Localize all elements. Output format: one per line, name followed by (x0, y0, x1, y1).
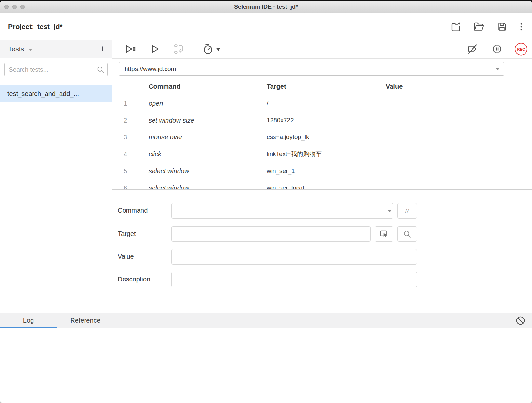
step-over-button[interactable] (173, 43, 185, 55)
select-target-button[interactable] (375, 226, 393, 242)
save-project-icon (497, 21, 507, 32)
row-command: click (141, 150, 261, 158)
column-header-target[interactable]: Target (261, 83, 380, 90)
row-command: open (141, 100, 261, 107)
url-dropdown-caret-icon[interactable] (495, 68, 500, 71)
base-url-input[interactable] (119, 62, 504, 76)
new-project-button[interactable] (450, 21, 461, 32)
select-target-icon (379, 229, 389, 239)
row-target: 1280x722 (261, 117, 380, 124)
project-title: Project:test_jd* (8, 23, 62, 31)
command-field-input[interactable] (171, 203, 393, 219)
open-project-button[interactable] (473, 21, 484, 32)
run-all-icon (125, 43, 137, 55)
tests-sidebar: Tests + test_search_and_add_... (0, 40, 112, 313)
table-header: Command Target Value (112, 79, 532, 95)
pause-octagon-icon (492, 44, 502, 54)
row-target: linkText=我的购物车 (261, 150, 380, 158)
pause-on-exceptions-button[interactable] (492, 44, 502, 54)
titlebar: Selenium IDE - test_jd* (0, 1, 532, 13)
column-header-command[interactable]: Command (141, 83, 261, 90)
target-field-label: Target (118, 230, 136, 238)
tests-title[interactable]: Tests (8, 45, 24, 53)
breakpoint-slash-icon (466, 43, 479, 56)
description-field-label: Description (118, 276, 150, 283)
table-row[interactable]: 4 click linkText=我的购物车 (112, 146, 532, 162)
test-speed-button[interactable] (202, 44, 214, 55)
tests-header: Tests + (0, 40, 112, 58)
stopwatch-icon (202, 44, 214, 55)
new-project-icon (450, 21, 461, 32)
tab-log[interactable]: Log (0, 313, 57, 328)
add-test-button[interactable]: + (100, 44, 105, 54)
table-row[interactable]: 5 select window win_ser_1 (112, 162, 532, 179)
clear-log-button[interactable] (515, 315, 526, 326)
traffic-lights (4, 5, 25, 9)
run-all-tests-button[interactable] (125, 43, 137, 55)
row-command: select window (141, 167, 261, 175)
kebab-menu-icon (516, 22, 526, 32)
run-current-test-button[interactable] (150, 44, 160, 55)
row-number: 1 (112, 95, 141, 112)
command-dropdown-caret-icon[interactable] (387, 210, 392, 213)
test-list-item[interactable]: test_search_and_add_... (0, 85, 112, 102)
row-target: win_ser_1 (261, 167, 380, 175)
description-field-input[interactable] (171, 272, 417, 287)
project-label: Project: (8, 23, 34, 30)
toggle-comment-button[interactable]: // (397, 203, 417, 219)
zoom-window-button[interactable] (20, 5, 25, 9)
row-number: 5 (112, 162, 141, 179)
project-name: test_jd* (37, 23, 62, 30)
log-content (0, 328, 532, 403)
search-icon (96, 65, 105, 74)
table-row[interactable]: 1 open / (112, 95, 532, 112)
test-editor: REC Command Target Value (112, 40, 532, 313)
row-number: 4 (112, 146, 141, 162)
tests-caret-icon[interactable] (28, 48, 33, 51)
row-number: 6 (112, 179, 141, 189)
url-row (112, 58, 532, 79)
test-search (4, 63, 108, 76)
disable-breakpoints-button[interactable] (466, 43, 479, 56)
find-target-button[interactable] (397, 226, 417, 242)
playback-toolbar: REC (112, 40, 532, 58)
row-target: / (261, 100, 380, 107)
command-detail-form: Command // Target (112, 190, 532, 313)
window-title: Selenium IDE - test_jd* (0, 1, 532, 13)
main-area: Tests + test_search_and_add_... (0, 40, 532, 313)
bottom-panel: Log Reference (0, 313, 532, 403)
find-target-icon (403, 229, 412, 239)
base-url-combobox (119, 62, 504, 76)
play-icon (150, 44, 160, 55)
speed-caret-icon[interactable] (216, 48, 221, 51)
commands-table: Command Target Value 1 open / 2 set wind… (112, 79, 532, 189)
row-number: 2 (112, 112, 141, 129)
open-project-icon (473, 21, 484, 32)
project-bar: Project:test_jd* (0, 13, 532, 40)
table-row[interactable]: 2 set window size 1280x722 (112, 112, 532, 129)
tab-reference[interactable]: Reference (57, 313, 114, 328)
toolbar-divider (510, 43, 510, 56)
search-tests-input[interactable] (4, 63, 108, 76)
close-window-button[interactable] (4, 5, 9, 9)
table-row[interactable]: 3 mouse over css=a.joytop_lk (112, 129, 532, 146)
table-row[interactable]: 6 select window win_ser_local (112, 179, 532, 189)
minimize-window-button[interactable] (12, 5, 17, 9)
value-field-input[interactable] (171, 249, 417, 265)
row-command: set window size (141, 117, 261, 124)
row-target: win_ser_local (261, 184, 380, 189)
record-button[interactable]: REC (515, 43, 527, 56)
column-header-value[interactable]: Value (380, 83, 532, 90)
rec-icon: REC (515, 43, 527, 56)
row-target: css=a.joytop_lk (261, 134, 380, 141)
row-command: select window (141, 184, 261, 190)
row-command: mouse over (141, 134, 261, 141)
command-field-label: Command (118, 207, 148, 214)
target-field-input[interactable] (171, 226, 371, 242)
save-project-button[interactable] (497, 21, 507, 32)
circle-slash-icon (515, 315, 526, 326)
step-over-icon (173, 43, 185, 55)
more-menu-button[interactable] (516, 22, 526, 32)
selenium-ide-window: Selenium IDE - test_jd* Project:test_jd* (0, 1, 532, 403)
test-name: test_search_and_add_... (7, 90, 79, 98)
